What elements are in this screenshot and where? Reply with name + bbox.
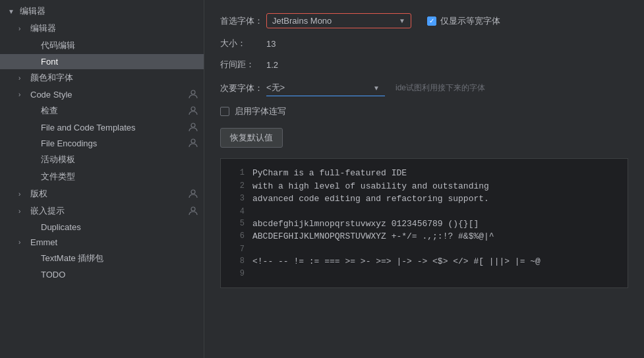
code-line-2: 2 with a high level of usability and out… (226, 180, 622, 193)
primary-font-label: 首选字体： (220, 15, 266, 27)
line-number: 2 (226, 180, 245, 192)
sidebar-item-editor-child[interactable]: › 编辑器 (0, 20, 204, 37)
code-preview-area: 1 PyCharm is a full-featured IDE 2 with … (220, 158, 628, 288)
sidebar-item-file-types[interactable]: 文件类型 (0, 168, 204, 185)
primary-font-dropdown[interactable]: JetBrains Mono ▼ (266, 13, 411, 28)
code-line-5: 5 abcdefghijklmnopqrstuvwxyz 0123456789 … (226, 218, 622, 231)
line-number: 6 (226, 230, 245, 242)
monospace-checkbox[interactable] (427, 16, 436, 26)
sidebar-item-copyright[interactable]: › 版权 (0, 185, 204, 202)
line-number: 4 (226, 206, 245, 218)
line-number: 8 (226, 255, 245, 267)
ligature-label: 启用字体连写 (235, 105, 286, 117)
sidebar-item-code-style[interactable]: › Code Style (0, 86, 204, 102)
sidebar-item-label: 文件类型 (41, 171, 75, 183)
hint-text: ide试图利用接下来的字体 (395, 82, 485, 94)
code-line-6: 6 ABCDEFGHIJKLMNOPQRSTUVWXYZ +-*/= .,;:!… (226, 230, 622, 243)
svg-point-3 (191, 139, 195, 143)
code-line-8: 8 <!-- -- != := === >= >- >=> |-> -> <$>… (226, 255, 622, 268)
sidebar-item-todo[interactable]: TODO (0, 267, 204, 282)
code-text: PyCharm is a full-featured IDE (252, 167, 407, 180)
sidebar-item-editor-parent[interactable]: ▼ 编辑器 (0, 3, 204, 20)
person-icon (188, 122, 198, 133)
code-text: ABCDEFGHIJKLMNOPQRSTUVWXYZ +-*/= .,;:!? … (252, 230, 494, 243)
code-line-7: 7 (226, 243, 622, 255)
arrow-icon: ▼ (8, 8, 17, 15)
secondary-font-dropdown[interactable]: <无> ▼ (266, 80, 385, 96)
monospace-label: 仅显示等宽字体 (440, 15, 500, 27)
chevron-down-icon: ▼ (373, 84, 380, 92)
code-text: advanced code editing and refactoring su… (252, 193, 489, 206)
person-icon (188, 105, 198, 116)
size-input[interactable] (266, 39, 293, 49)
secondary-font-label: 次要字体： (220, 82, 266, 94)
code-line-4: 4 (226, 206, 622, 218)
sidebar-item-label: 活动模板 (41, 154, 75, 165)
person-icon (188, 189, 198, 199)
sidebar-item-label: 代码编辑 (41, 40, 75, 51)
sidebar-item-font[interactable]: Font (0, 54, 204, 69)
sidebar-item-label: Duplicates (41, 222, 81, 232)
arrow-icon: › (18, 208, 28, 215)
sidebar-item-label: File and Code Templates (41, 123, 136, 133)
code-line-9: 9 (226, 268, 622, 280)
secondary-font-row: 次要字体： <无> ▼ ide试图利用接下来的字体 (220, 80, 628, 96)
primary-font-row: 首选字体： JetBrains Mono ▼ 仅显示等宽字体 (220, 13, 628, 28)
ligature-row: 启用字体连写 (220, 105, 628, 117)
line-spacing-input[interactable] (266, 60, 293, 70)
sidebar-item-file-encodings[interactable]: File Encodings (0, 135, 204, 151)
svg-point-1 (191, 107, 195, 111)
secondary-font-value: <无> (266, 82, 368, 94)
settings-sidebar: ▼ 编辑器 › 编辑器 代码编辑 Font › 颜色和字体 › Code Sty… (0, 0, 204, 358)
sidebar-item-emmet[interactable]: › Emmet (0, 235, 204, 250)
sidebar-item-label: 检查 (41, 105, 58, 117)
svg-point-0 (191, 90, 195, 94)
person-icon (188, 206, 198, 216)
arrow-icon: › (18, 191, 28, 198)
sidebar-item-live-templates[interactable]: 活动模板 (0, 151, 204, 168)
monospace-checkbox-row: 仅显示等宽字体 (427, 15, 503, 27)
arrow-icon: › (18, 25, 28, 32)
code-text: abcdefghijklmnopqrstuvwxyz 0123456789 ()… (252, 218, 479, 231)
sidebar-item-label: 版权 (30, 188, 47, 200)
sidebar-item-file-code-templates[interactable]: File and Code Templates (0, 119, 204, 135)
sidebar-item-textmate[interactable]: TextMate 插绑包 (0, 250, 204, 267)
sidebar-item-check[interactable]: 检查 (0, 102, 204, 119)
sidebar-item-label: 颜色和字体 (30, 72, 73, 84)
size-label: 大小： (220, 38, 266, 49)
person-icon (188, 89, 198, 100)
ligature-checkbox[interactable] (220, 107, 229, 116)
sidebar-item-label: TextMate 插绑包 (41, 253, 103, 264)
line-number: 7 (226, 243, 245, 255)
restore-defaults-button[interactable]: 恢复默认值 (220, 128, 283, 148)
line-spacing-row: 行间距： (220, 59, 628, 71)
chevron-down-icon: ▼ (399, 17, 405, 24)
arrow-icon: › (18, 75, 28, 82)
sidebar-item-color-font[interactable]: › 颜色和字体 (0, 69, 204, 86)
line-number: 9 (226, 268, 245, 280)
sidebar-item-label: TODO (41, 270, 65, 280)
arrow-icon: › (18, 91, 28, 98)
line-number: 5 (226, 218, 245, 229)
sidebar-item-duplicates[interactable]: Duplicates (0, 220, 204, 235)
code-text: <!-- -- != := === >= >- >=> |-> -> <$> <… (252, 255, 541, 268)
sidebar-item-code-editor[interactable]: 代码编辑 (0, 37, 204, 54)
sidebar-item-label: 嵌入提示 (30, 205, 65, 217)
sidebar-item-label: Emmet (30, 237, 57, 247)
svg-point-4 (191, 190, 195, 194)
person-icon (188, 138, 198, 148)
primary-font-value: JetBrains Mono (272, 16, 394, 26)
font-settings-panel: 首选字体： JetBrains Mono ▼ 仅显示等宽字体 大小： 行间距： … (204, 0, 644, 358)
sidebar-item-label: 编辑器 (30, 22, 56, 34)
sidebar-item-label: Code Style (30, 90, 73, 100)
code-text: with a high level of usability and outst… (252, 180, 489, 193)
arrow-icon: › (18, 239, 28, 246)
sidebar-item-label: File Encodings (41, 138, 97, 148)
sidebar-item-inlay-hints[interactable]: › 嵌入提示 (0, 202, 204, 220)
svg-point-5 (191, 207, 195, 211)
sidebar-item-label: Font (41, 57, 58, 67)
sidebar-item-label: 编辑器 (20, 5, 45, 17)
line-number: 3 (226, 193, 245, 204)
code-line-1: 1 PyCharm is a full-featured IDE (226, 167, 622, 180)
code-line-3: 3 advanced code editing and refactoring … (226, 193, 622, 206)
